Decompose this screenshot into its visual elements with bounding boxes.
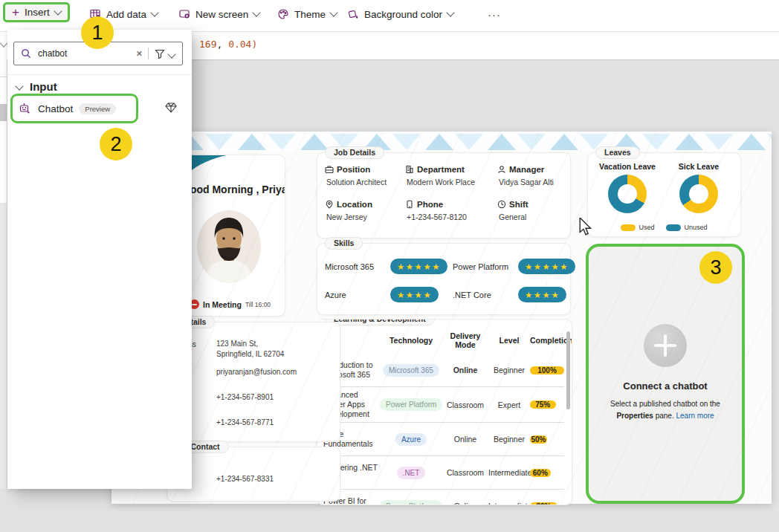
star-rating: ★★★★★ bbox=[518, 259, 575, 274]
completion-bar: 80% bbox=[530, 502, 564, 505]
emergency-contact-card: Emergency Contact +1-234-567-8331 bbox=[167, 447, 340, 502]
new-screen-menu-button[interactable]: New screen bbox=[174, 4, 264, 24]
status-label: In Meeting bbox=[203, 300, 242, 309]
unused-swatch bbox=[666, 224, 681, 231]
used-swatch bbox=[621, 224, 636, 231]
sick-leave-donut bbox=[679, 175, 718, 213]
insert-menu-button[interactable]: + Insert bbox=[3, 2, 70, 22]
input-section-header[interactable]: Input bbox=[16, 80, 57, 93]
technology-pill: Azure bbox=[395, 433, 427, 446]
search-input[interactable] bbox=[36, 48, 131, 59]
job-field-location: Location New Jersey bbox=[325, 200, 405, 221]
filter-chevron-icon[interactable] bbox=[167, 50, 175, 58]
table-row[interactable]: Mastering .NET Core .NET Classroom Inter… bbox=[320, 455, 564, 489]
technology-pill: Microsoft 365 bbox=[383, 364, 439, 377]
completion-bar: 75% bbox=[530, 400, 564, 409]
vacation-leave-donut bbox=[608, 175, 647, 213]
person-icon bbox=[497, 165, 506, 174]
chevron-down-icon bbox=[329, 8, 337, 16]
table-row[interactable]: Power BI for Data Analysis Power Platfor… bbox=[320, 489, 564, 505]
vacation-leave-title: Vacation Leave bbox=[599, 162, 656, 171]
job-field-shift: Shift General bbox=[497, 200, 569, 221]
job-details-card: Job Details Position Solution Architect … bbox=[317, 152, 571, 239]
add-chatbot-plus-icon bbox=[644, 324, 687, 367]
table-header: Title Technology Delivery Mode Level Com… bbox=[320, 330, 564, 354]
contact-details-card: Contact Details Address 123 Main St,Spri… bbox=[167, 322, 340, 442]
phone1-value: +1-234-567-8901 bbox=[216, 392, 274, 403]
job-field-department: Department Modern Work Place bbox=[405, 165, 497, 186]
skills-tab: Skills bbox=[325, 237, 363, 250]
collapse-chevron-icon[interactable] bbox=[15, 82, 23, 90]
step-3-badge: 3 bbox=[699, 251, 732, 284]
technology-pill: Power Platform bbox=[380, 500, 442, 505]
search-icon bbox=[21, 48, 31, 59]
clear-search-icon[interactable]: ✕ bbox=[131, 49, 148, 59]
location-pin-icon bbox=[325, 200, 334, 209]
chatbot-icon bbox=[19, 103, 31, 115]
plus-icon: + bbox=[12, 7, 19, 18]
skill-microsoft365: Microsoft 365 ★★★★★ bbox=[325, 259, 447, 274]
address-value: 123 Main St,Springfield, IL 62704 bbox=[216, 339, 284, 359]
learning-development-card: Learning & Development Title Technology … bbox=[317, 319, 572, 505]
completion-bar: 100% bbox=[530, 366, 564, 374]
studio-toolbar: + Insert Add data New screen Theme Backg… bbox=[0, 0, 779, 32]
table-scrollbar[interactable] bbox=[566, 331, 570, 409]
leaves-tab: Leaves bbox=[595, 146, 640, 159]
leaves-legend: Used Unused bbox=[588, 224, 740, 231]
chevron-down-icon bbox=[54, 7, 62, 15]
clock-icon bbox=[497, 200, 506, 209]
triangle-banner bbox=[111, 132, 772, 151]
chevron-down-icon bbox=[150, 8, 158, 16]
learning-development-tab: Learning & Development bbox=[325, 319, 435, 325]
step-2-badge: 2 bbox=[100, 128, 132, 160]
sick-leave-title: Sick Leave bbox=[679, 162, 719, 171]
background-color-menu-button[interactable]: Background color bbox=[343, 4, 458, 24]
star-rating: ★★★★★ bbox=[390, 259, 447, 274]
skill-netcore: .NET Core ★★★★ bbox=[453, 287, 566, 302]
theme-palette-icon bbox=[277, 8, 289, 20]
skills-card: Skills Microsoft 365 ★★★★★ Power Platfor… bbox=[317, 243, 571, 315]
profile-photo bbox=[197, 210, 261, 283]
new-screen-icon bbox=[178, 8, 190, 20]
status-until: Till 16:00 bbox=[245, 301, 271, 308]
chevron-down-icon bbox=[253, 8, 261, 16]
formula-code[interactable]: 169, 0.04) bbox=[199, 39, 257, 50]
completion-bar: 60% bbox=[530, 469, 564, 477]
background-color-icon bbox=[347, 8, 359, 20]
job-field-position: Position Solution Architect bbox=[325, 165, 405, 186]
technology-pill: .NET bbox=[397, 467, 426, 479]
skill-powerplatform: Power Platform ★★★★★ bbox=[453, 259, 575, 274]
building-icon bbox=[405, 165, 414, 174]
chatbot-insert-item[interactable]: Chatbot Preview bbox=[10, 94, 138, 123]
learn-more-link[interactable]: Learn more bbox=[676, 412, 714, 420]
email-value: priyaranjan@fusion.com bbox=[216, 367, 297, 377]
briefcase-icon bbox=[325, 165, 334, 174]
mouse-cursor bbox=[578, 218, 593, 237]
table-row[interactable]: Introduction to Microsoft 365 Microsoft … bbox=[320, 354, 564, 386]
completion-bar: 50% bbox=[530, 435, 564, 444]
premium-diamond-icon bbox=[165, 103, 177, 113]
table-row[interactable]: Azure Fundamentals Azure Online Beginner… bbox=[320, 422, 564, 455]
left-rail-edge bbox=[0, 59, 7, 489]
leaves-card: Leaves Vacation Leave Sick Leave Used Un… bbox=[587, 152, 741, 237]
star-rating: ★★★★ bbox=[390, 287, 439, 302]
toolbar-overflow-button[interactable]: ··· bbox=[483, 4, 505, 25]
chevron-down-icon bbox=[446, 8, 454, 16]
skill-azure: Azure ★★★★ bbox=[325, 287, 439, 302]
connect-chatbot-description: Select a published chatbot on the Proper… bbox=[597, 398, 734, 421]
step-1-badge: 1 bbox=[81, 16, 114, 49]
job-field-manager: Manager Vidya Sagar Alti bbox=[497, 165, 569, 186]
theme-menu-button[interactable]: Theme bbox=[273, 4, 341, 24]
phone-icon bbox=[405, 200, 414, 209]
preview-badge: Preview bbox=[79, 103, 116, 114]
connect-chatbot-title: Connect a chatbot bbox=[589, 380, 742, 392]
divider bbox=[7, 74, 192, 75]
app-window: Good Morning , Priyan In Meeting Till bbox=[0, 0, 779, 532]
star-rating: ★★★★ bbox=[518, 287, 566, 302]
job-field-phone: Phone +1-234-567-8120 bbox=[405, 200, 497, 221]
job-details-tab: Job Details bbox=[325, 146, 384, 159]
filter-icon[interactable] bbox=[149, 49, 169, 59]
table-row[interactable]: Advanced Power Apps Development Power Pl… bbox=[320, 386, 564, 422]
emergency-phone-value: +1-234-567-8331 bbox=[216, 474, 274, 484]
phone2-value: +1-234-567-8771 bbox=[216, 418, 274, 428]
